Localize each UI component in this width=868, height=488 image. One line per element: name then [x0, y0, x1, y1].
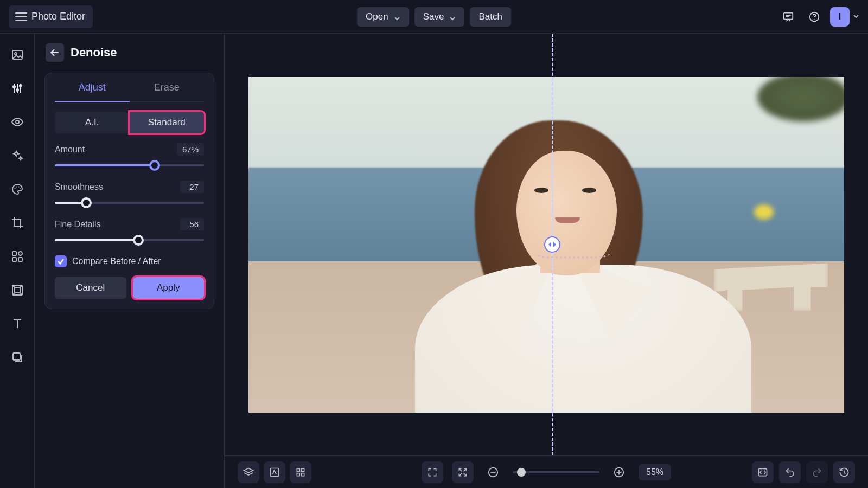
slider-amount-label: Amount: [55, 145, 85, 155]
svg-rect-39: [297, 468, 299, 471]
slider-smoothness-value[interactable]: 27: [180, 181, 204, 193]
apply-button[interactable]: Apply: [133, 277, 205, 299]
main-layout: Denoise Adjust Erase A.I. Standard Amoun…: [0, 34, 868, 488]
panel-tabs: Adjust Erase: [55, 73, 204, 102]
zoom-slider[interactable]: [513, 467, 599, 478]
svg-marker-35: [548, 242, 551, 247]
chevron-down-icon: [394, 14, 400, 20]
slider-details: Fine Details 56: [55, 218, 204, 247]
header-right: I: [778, 7, 859, 27]
tool-eye[interactable]: [6, 111, 29, 133]
help-button[interactable]: [804, 7, 825, 27]
panel-title: Denoise: [71, 46, 117, 60]
viewport[interactable]: [225, 34, 868, 455]
slider-smoothness-track[interactable]: [55, 196, 204, 209]
action-buttons: Cancel Apply: [55, 277, 204, 299]
mask-button[interactable]: [264, 461, 285, 483]
slider-details-value[interactable]: 56: [180, 218, 204, 230]
svg-point-17: [14, 188, 15, 189]
grid-button[interactable]: [290, 461, 311, 483]
svg-rect-3: [784, 12, 793, 19]
tool-adjust[interactable]: [6, 77, 29, 100]
redo-button[interactable]: [806, 461, 828, 483]
svg-rect-24: [18, 258, 22, 261]
chevron-down-icon: [449, 14, 456, 20]
svg-rect-21: [12, 252, 16, 255]
history-button[interactable]: [833, 461, 855, 483]
tool-text[interactable]: [6, 312, 29, 335]
feedback-button[interactable]: [778, 7, 799, 27]
save-button[interactable]: Save: [414, 7, 465, 27]
open-button[interactable]: Open: [357, 7, 409, 27]
svg-point-18: [16, 187, 17, 188]
svg-point-19: [18, 187, 19, 188]
batch-button[interactable]: Batch: [470, 7, 510, 27]
slider-amount: Amount 67%: [55, 143, 204, 172]
svg-line-54: [844, 472, 846, 473]
svg-rect-42: [302, 473, 304, 476]
app-title: Photo Editor: [31, 11, 85, 22]
slider-smoothness: Smoothness 27: [55, 181, 204, 209]
svg-rect-33: [13, 353, 20, 360]
slider-smoothness-label: Smoothness: [55, 182, 103, 192]
back-button[interactable]: [46, 43, 64, 62]
tab-adjust[interactable]: Adjust: [55, 73, 130, 102]
tool-layers[interactable]: [6, 346, 29, 369]
tab-erase[interactable]: Erase: [130, 73, 205, 102]
slider-details-track[interactable]: [55, 234, 204, 247]
header-center: Open Save Batch: [357, 7, 511, 27]
layers-button[interactable]: [238, 461, 259, 483]
app-header: Photo Editor Open Save Batch I: [0, 0, 868, 34]
slider-details-label: Fine Details: [55, 220, 100, 229]
canvas-area: 55%: [225, 34, 868, 488]
bottom-left-tools: [238, 461, 311, 483]
zoom-out-button[interactable]: [482, 461, 504, 483]
batch-button-label: Batch: [478, 11, 502, 22]
tool-image[interactable]: [6, 43, 29, 66]
mode-segmented: A.I. Standard: [55, 112, 204, 133]
chevron-down-icon: [853, 12, 859, 22]
slider-amount-value[interactable]: 67%: [177, 143, 204, 156]
slider-amount-track[interactable]: [55, 159, 204, 172]
zoom-value[interactable]: 55%: [639, 464, 671, 480]
svg-point-20: [20, 188, 21, 189]
account-menu[interactable]: I: [830, 7, 859, 27]
svg-marker-36: [553, 242, 556, 247]
svg-marker-37: [244, 468, 253, 472]
tool-crop[interactable]: [6, 211, 29, 234]
svg-rect-41: [297, 473, 299, 476]
mode-standard-button[interactable]: Standard: [130, 112, 205, 133]
tool-frame[interactable]: [6, 279, 29, 301]
tool-shapes[interactable]: [6, 245, 29, 268]
app-menu-button[interactable]: Photo Editor: [9, 5, 93, 28]
compare-toggle-button[interactable]: [752, 461, 774, 483]
tool-color[interactable]: [6, 178, 29, 201]
compare-checkbox-row[interactable]: Compare Before / After: [55, 255, 204, 267]
svg-rect-40: [302, 468, 304, 471]
svg-rect-38: [271, 468, 279, 476]
compare-split-handle[interactable]: [544, 236, 560, 253]
open-button-label: Open: [366, 11, 388, 22]
zoom-in-button[interactable]: [608, 461, 630, 483]
actual-size-button[interactable]: [452, 461, 474, 483]
svg-point-22: [18, 252, 22, 255]
tool-rail: [0, 34, 35, 488]
save-button-label: Save: [423, 11, 444, 22]
bottom-toolbar: 55%: [225, 455, 868, 488]
svg-rect-26: [15, 287, 20, 293]
tool-ai-sparkle[interactable]: [6, 144, 29, 167]
panel-header: Denoise: [44, 43, 214, 62]
svg-point-16: [16, 120, 19, 124]
side-panel: Denoise Adjust Erase A.I. Standard Amoun…: [35, 34, 225, 488]
fit-button[interactable]: [422, 461, 443, 483]
svg-point-9: [15, 53, 17, 55]
undo-button[interactable]: [779, 461, 801, 483]
mode-ai-button[interactable]: A.I.: [55, 112, 130, 133]
bottom-right-tools: [752, 461, 855, 483]
svg-point-7: [814, 18, 814, 19]
cancel-button[interactable]: Cancel: [55, 277, 126, 299]
bottom-center-tools: 55%: [422, 461, 671, 483]
denoise-card: Adjust Erase A.I. Standard Amount 67%: [44, 73, 214, 309]
compare-label: Compare Before / After: [72, 256, 161, 266]
avatar: I: [830, 7, 850, 27]
